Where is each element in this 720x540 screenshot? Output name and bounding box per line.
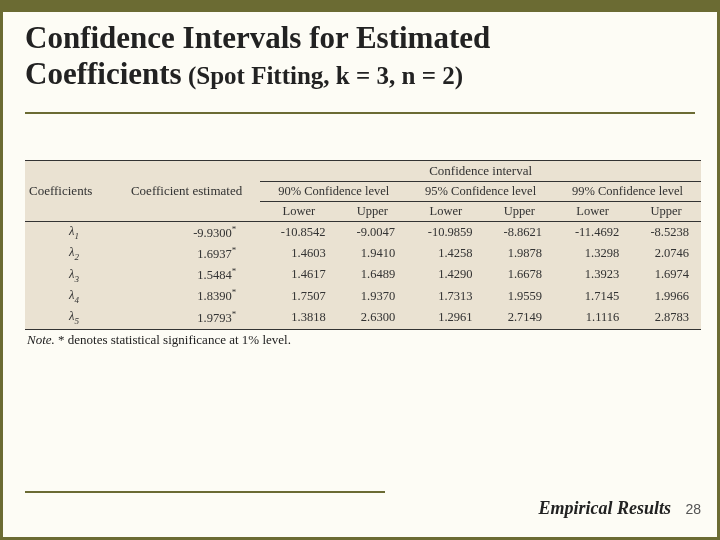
table-row: λ21.6937*1.46031.94101.42581.98781.32982…: [25, 243, 701, 264]
col-99-lower: Lower: [554, 202, 631, 222]
cell-u90: 1.6489: [338, 264, 408, 285]
table-row: λ31.5484*1.46171.64891.42901.66781.39231…: [25, 264, 701, 285]
cell-est: 1.9793*: [113, 307, 260, 330]
cell-l95: -10.9859: [407, 222, 484, 244]
cell-l90: 1.4603: [260, 243, 337, 264]
title-line2: Coefficients (Spot Fitting, k = 3, n = 2…: [25, 56, 695, 92]
slide: Confidence Intervals for Estimated Coeff…: [0, 0, 720, 540]
cell-l99: 1.3298: [554, 243, 631, 264]
cell-u95: -8.8621: [485, 222, 555, 244]
cell-coef: λ3: [25, 264, 113, 285]
cell-est: 1.8390*: [113, 285, 260, 306]
table-row: λ41.8390*1.75071.93701.73131.95591.71451…: [25, 285, 701, 306]
title-subtitle: (Spot Fitting, k = 3, n = 2): [182, 62, 463, 89]
table-header-row1: Coefficients Coefficient estimated Confi…: [25, 161, 701, 182]
col-95-lower: Lower: [407, 202, 484, 222]
cell-l90: 1.4617: [260, 264, 337, 285]
col-estimated: Coefficient estimated: [113, 161, 260, 222]
col-90-lower: Lower: [260, 202, 337, 222]
cell-u99: 2.0746: [631, 243, 701, 264]
cell-u99: -8.5238: [631, 222, 701, 244]
cell-est: 1.6937*: [113, 243, 260, 264]
page-number: 28: [685, 501, 701, 517]
col-ci-span: Confidence interval: [260, 161, 701, 182]
note: Note. * denotes statistical significance…: [27, 332, 291, 348]
ci-table: Coefficients Coefficient estimated Confi…: [25, 160, 701, 330]
cell-l95: 1.4290: [407, 264, 484, 285]
note-text: * denotes statistical significance at 1%…: [55, 332, 291, 347]
cell-est: -9.9300*: [113, 222, 260, 244]
col-90-upper: Upper: [338, 202, 408, 222]
cell-l99: 1.7145: [554, 285, 631, 306]
cell-u90: 1.9370: [338, 285, 408, 306]
cell-u99: 1.6974: [631, 264, 701, 285]
col-99-upper: Upper: [631, 202, 701, 222]
cell-l95: 1.2961: [407, 307, 484, 330]
cell-l90: 1.3818: [260, 307, 337, 330]
cell-u99: 2.8783: [631, 307, 701, 330]
title-block: Confidence Intervals for Estimated Coeff…: [25, 20, 695, 91]
cell-u95: 1.6678: [485, 264, 555, 285]
cell-coef: λ4: [25, 285, 113, 306]
cell-u90: 2.6300: [338, 307, 408, 330]
cell-l90: 1.7507: [260, 285, 337, 306]
cell-coef: λ2: [25, 243, 113, 264]
col-90: 90% Confidence level: [260, 182, 407, 202]
table-row: λ51.9793*1.38182.63001.29612.71491.11162…: [25, 307, 701, 330]
note-label: Note.: [27, 332, 55, 347]
cell-l99: 1.3923: [554, 264, 631, 285]
col-95: 95% Confidence level: [407, 182, 554, 202]
col-95-upper: Upper: [485, 202, 555, 222]
title-line1: Confidence Intervals for Estimated: [25, 20, 695, 56]
cell-l95: 1.7313: [407, 285, 484, 306]
cell-u90: -9.0047: [338, 222, 408, 244]
cell-coef: λ5: [25, 307, 113, 330]
cell-l99: -11.4692: [554, 222, 631, 244]
cell-l95: 1.4258: [407, 243, 484, 264]
cell-coef: λ1: [25, 222, 113, 244]
cell-u95: 2.7149: [485, 307, 555, 330]
divider-top: [25, 112, 695, 114]
cell-u95: 1.9878: [485, 243, 555, 264]
col-99: 99% Confidence level: [554, 182, 701, 202]
cell-u95: 1.9559: [485, 285, 555, 306]
cell-l90: -10.8542: [260, 222, 337, 244]
cell-l99: 1.1116: [554, 307, 631, 330]
cell-u99: 1.9966: [631, 285, 701, 306]
table-row: λ1-9.9300*-10.8542-9.0047-10.9859-8.8621…: [25, 222, 701, 244]
divider-bottom: [25, 491, 385, 493]
cell-est: 1.5484*: [113, 264, 260, 285]
title-main-word: Coefficients: [25, 56, 182, 91]
cell-u90: 1.9410: [338, 243, 408, 264]
col-coefficients: Coefficients: [25, 161, 113, 222]
footer-label: Empirical Results: [538, 498, 671, 519]
